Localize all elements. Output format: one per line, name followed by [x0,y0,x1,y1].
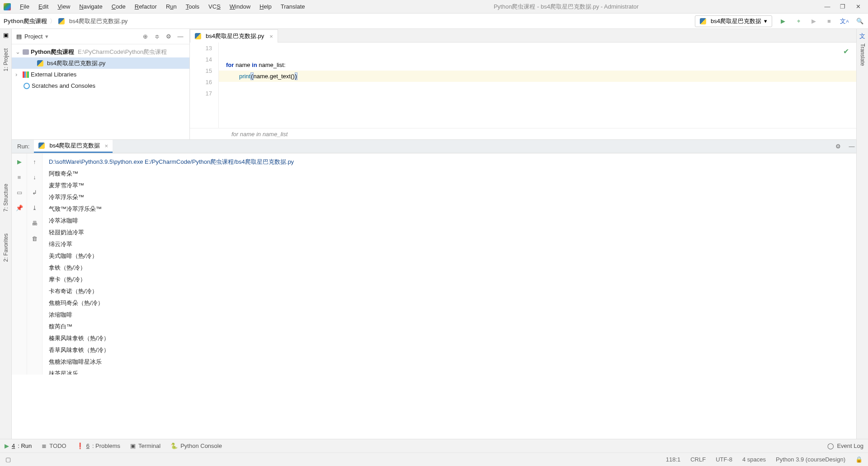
breadcrumb-file[interactable]: bs4爬取星巴克数据.py [69,17,127,25]
up-icon[interactable]: ↑ [30,157,39,166]
console-output[interactable]: D:\softWare\Python3.9.5\python.exe E:/Py… [42,153,856,375]
run-button[interactable]: ▶ [778,17,788,26]
tree-scratches[interactable]: Scratches and Consoles [12,80,189,91]
chevron-down-icon[interactable]: ⌄ [15,48,21,55]
inspection-ok-icon[interactable]: ✔ [843,47,849,56]
tool-run[interactable]: ▶4: 4: RunRun [5,442,32,449]
tree-file-name: bs4爬取星巴克数据.py [47,59,105,67]
menu-view[interactable]: View [54,1,74,12]
menu-refactor[interactable]: Refactor [131,1,160,12]
pin-icon[interactable]: 📌 [15,203,24,212]
tool-terminal[interactable]: ▣ Terminal [130,442,160,449]
coverage-button[interactable]: ▶ [809,17,818,26]
console-line: 麦芽雪冷萃™ [49,180,850,191]
bookmark-icon[interactable]: ▣ [3,32,9,38]
menu-file[interactable]: File [16,1,33,12]
file-encoding[interactable]: UTF-8 [716,456,732,463]
project-view-icon: ▤ [16,33,22,40]
main-menu: File Edit View Navigate Code Refactor Ru… [14,1,309,12]
settings-icon[interactable]: ⚙ [834,142,843,151]
line-numbers: 13 14 15 16 17 [190,43,219,128]
indent-info[interactable]: 4 spaces [742,456,766,463]
menu-edit[interactable]: Edit [35,1,52,12]
line-number: 13 [190,43,212,54]
translate-icon[interactable]: 文 [858,32,867,41]
python-file-icon [38,143,45,149]
tool-todo[interactable]: ≣ TODO [42,442,66,449]
code-line[interactable] [219,37,856,43]
line-number: 16 [190,76,212,88]
right-tool-strip: 文 Translate [856,29,868,452]
console-line: 榛果风味拿铁（热/冷） [49,333,850,344]
interpreter-info[interactable]: Python 3.9 (courseDesign) [776,456,845,463]
chevron-right-icon[interactable]: › [15,71,21,78]
sidebar-tab-structure[interactable]: 7: Structure [2,181,10,214]
menu-code[interactable]: Code [108,1,129,12]
maximize-button[interactable]: ❐ [839,3,846,10]
locate-icon[interactable]: ⊕ [141,32,150,41]
menu-run[interactable]: Run [162,1,180,12]
clear-icon[interactable]: 🗑 [30,234,39,243]
tree-scratch-label: Scratches and Consoles [32,82,95,89]
search-icon[interactable]: 🔍 [855,17,864,26]
code-line[interactable]: for name in name_list: [219,59,856,71]
editor-body[interactable]: 13 14 15 16 17 ✔ for name in name_list: … [190,43,856,128]
soft-wrap-icon[interactable]: ↲ [30,188,39,197]
stop-button[interactable]: ■ [15,172,24,181]
project-title[interactable]: Project [24,33,42,40]
sidebar-tab-translate[interactable]: Translate [859,41,867,69]
console-line: 美式咖啡（热/冷） [49,250,850,262]
cursor-position[interactable]: 118:1 [666,456,681,463]
menu-vcs[interactable]: VCS [205,1,224,12]
tree-file[interactable]: bs4爬取星巴克数据.py [12,57,189,69]
stop-button[interactable]: ■ [825,17,834,26]
code-line[interactable] [219,82,856,93]
project-tree[interactable]: ⌄ Python爬虫课程 E:\PyCharmCode\Python爬虫课程 b… [12,44,189,93]
console-line: 卡布奇诺（热/冷） [49,285,850,297]
tree-external-libs[interactable]: › External Libraries [12,69,189,80]
run-config-selector[interactable]: bs4爬取星巴克数据 ▾ [695,15,772,27]
close-icon[interactable]: × [104,143,108,149]
lock-icon[interactable]: 🔒 [855,456,863,463]
run-tab-active[interactable]: bs4爬取星巴克数据 × [34,140,113,153]
chevron-down-icon[interactable]: ▾ [45,33,48,40]
menu-tools[interactable]: Tools [182,1,203,12]
sidebar-tab-favorites[interactable]: 2: Favorites [2,231,10,265]
translate-icon[interactable]: 文A [840,17,849,26]
menu-navigate[interactable]: Navigate [75,1,106,12]
collapse-icon[interactable]: ≑ [152,32,161,41]
editor: bs4爬取星巴克数据.py × 13 14 15 16 17 ✔ [190,29,856,139]
line-number: 15 [190,65,212,76]
code-content[interactable]: ✔ for name in name_list: print(name.get_… [219,43,856,128]
menu-help[interactable]: Help [256,1,275,12]
app-logo-icon [4,3,11,10]
hide-icon[interactable]: — [176,32,185,41]
line-separator[interactable]: CRLF [690,456,706,463]
down-icon[interactable]: ↓ [30,172,39,181]
tool-problems[interactable]: ❗ 6: Problems [76,442,120,449]
code-breadcrumb[interactable]: for name in name_list [190,128,856,139]
layout-icon[interactable]: ▭ [15,188,24,197]
tool-python-console[interactable]: 🐍 Python Console [170,442,222,449]
scratches-icon [24,83,30,89]
close-button[interactable]: ✕ [854,3,862,10]
console-line: 拿铁（热/冷） [49,262,850,274]
debug-button[interactable]: ⌖ [794,17,803,26]
code-line[interactable] [219,48,856,59]
menu-window[interactable]: Window [226,1,254,12]
status-toggle-icon[interactable]: ▢ [5,456,11,463]
console-command: D:\softWare\Python3.9.5\python.exe E:/Py… [49,156,850,168]
code-line-current[interactable]: print(name.get_text()) [219,71,856,82]
minimize-button[interactable]: — [824,3,831,10]
print-icon[interactable]: 🖶 [30,219,39,228]
menu-translate[interactable]: Translate [277,1,309,12]
hide-icon[interactable]: — [847,142,856,151]
sidebar-tab-project[interactable]: 1: Project [2,46,10,74]
scroll-to-end-icon[interactable]: ⤓ [30,203,39,212]
breadcrumb-root[interactable]: Python爬虫课程 [4,17,47,25]
settings-icon[interactable]: ⚙ [164,32,173,41]
tree-root[interactable]: ⌄ Python爬虫课程 E:\PyCharmCode\Python爬虫课程 [12,46,189,57]
event-log[interactable]: ◯ Event Log [827,442,863,449]
console-line: 焦糖玛奇朵（热/冷） [49,297,850,309]
rerun-button[interactable]: ▶ [15,157,24,166]
